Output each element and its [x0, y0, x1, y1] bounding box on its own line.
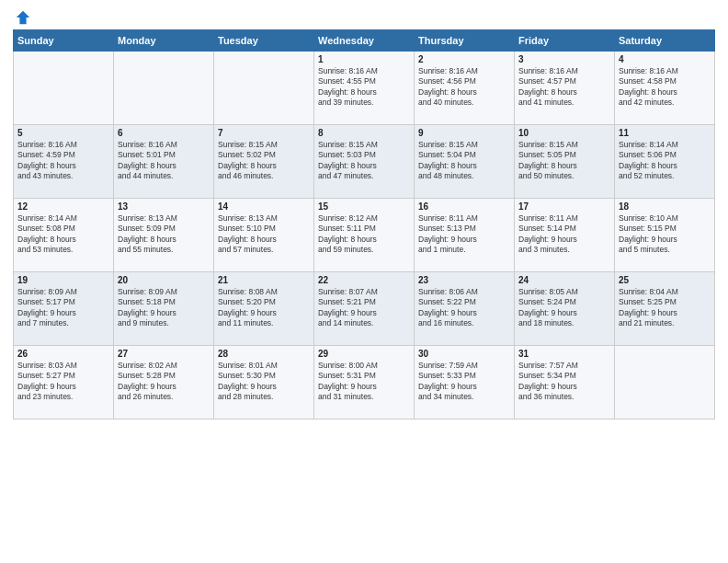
day-number: 10 [518, 128, 610, 138]
calendar-cell: 1Sunrise: 8:16 AM Sunset: 4:55 PM Daylig… [314, 52, 415, 125]
day-number: 19 [17, 275, 109, 285]
day-info: Sunrise: 8:15 AM Sunset: 5:05 PM Dayligh… [518, 140, 610, 182]
day-number: 13 [118, 201, 210, 212]
calendar-body: 1Sunrise: 8:16 AM Sunset: 4:55 PM Daylig… [14, 52, 715, 419]
calendar-cell: 7Sunrise: 8:15 AM Sunset: 5:02 PM Daylig… [214, 125, 314, 199]
calendar-cell: 15Sunrise: 8:12 AM Sunset: 5:11 PM Dayli… [314, 199, 415, 272]
calendar-cell: 18Sunrise: 8:10 AM Sunset: 5:15 PM Dayli… [615, 199, 715, 272]
day-header-thursday: Thursday [415, 30, 515, 52]
day-number: 7 [218, 128, 310, 138]
calendar-cell: 13Sunrise: 8:13 AM Sunset: 5:09 PM Dayli… [114, 199, 214, 272]
day-number: 26 [17, 349, 109, 359]
svg-marker-0 [17, 11, 29, 24]
day-info: Sunrise: 8:02 AM Sunset: 5:28 PM Dayligh… [118, 361, 210, 403]
day-number: 22 [318, 275, 410, 285]
calendar-cell: 5Sunrise: 8:16 AM Sunset: 4:59 PM Daylig… [14, 125, 114, 199]
calendar-header-row: SundayMondayTuesdayWednesdayThursdayFrid… [14, 30, 715, 52]
day-info: Sunrise: 8:15 AM Sunset: 5:04 PM Dayligh… [418, 140, 510, 182]
calendar-cell: 6Sunrise: 8:16 AM Sunset: 5:01 PM Daylig… [114, 125, 214, 199]
calendar-cell: 12Sunrise: 8:14 AM Sunset: 5:08 PM Dayli… [14, 199, 114, 272]
day-info: Sunrise: 8:07 AM Sunset: 5:21 PM Dayligh… [318, 287, 410, 329]
calendar-cell: 2Sunrise: 8:16 AM Sunset: 4:56 PM Daylig… [415, 52, 515, 125]
day-info: Sunrise: 8:09 AM Sunset: 5:18 PM Dayligh… [118, 287, 210, 329]
calendar-cell: 21Sunrise: 8:08 AM Sunset: 5:20 PM Dayli… [214, 272, 314, 346]
day-info: Sunrise: 8:15 AM Sunset: 5:03 PM Dayligh… [318, 140, 410, 182]
day-header-saturday: Saturday [615, 30, 715, 52]
day-header-sunday: Sunday [14, 30, 114, 52]
day-info: Sunrise: 8:10 AM Sunset: 5:15 PM Dayligh… [619, 213, 711, 256]
day-info: Sunrise: 8:15 AM Sunset: 5:02 PM Dayligh… [218, 140, 310, 182]
calendar-cell: 26Sunrise: 8:03 AM Sunset: 5:27 PM Dayli… [14, 346, 114, 419]
logo-icon [15, 9, 31, 26]
day-number: 6 [118, 128, 210, 138]
day-info: Sunrise: 8:16 AM Sunset: 4:58 PM Dayligh… [619, 66, 711, 109]
day-info: Sunrise: 8:16 AM Sunset: 4:55 PM Dayligh… [318, 66, 410, 109]
day-number: 11 [619, 128, 711, 138]
day-info: Sunrise: 8:04 AM Sunset: 5:25 PM Dayligh… [619, 287, 711, 329]
calendar-cell: 31Sunrise: 7:57 AM Sunset: 5:34 PM Dayli… [515, 346, 615, 419]
day-info: Sunrise: 8:14 AM Sunset: 5:06 PM Dayligh… [619, 140, 711, 182]
calendar-cell: 23Sunrise: 8:06 AM Sunset: 5:22 PM Dayli… [415, 272, 515, 346]
day-number: 2 [418, 54, 510, 64]
calendar-cell: 16Sunrise: 8:11 AM Sunset: 5:13 PM Dayli… [415, 199, 515, 272]
calendar-cell: 25Sunrise: 8:04 AM Sunset: 5:25 PM Dayli… [615, 272, 715, 346]
day-number: 23 [418, 275, 510, 285]
day-info: Sunrise: 8:11 AM Sunset: 5:13 PM Dayligh… [418, 213, 510, 256]
day-number: 18 [619, 201, 711, 212]
calendar-cell [615, 346, 715, 419]
day-number: 25 [619, 275, 711, 285]
calendar-cell [114, 52, 214, 125]
day-info: Sunrise: 8:09 AM Sunset: 5:17 PM Dayligh… [17, 287, 109, 329]
calendar-cell: 20Sunrise: 8:09 AM Sunset: 5:18 PM Dayli… [114, 272, 214, 346]
day-info: Sunrise: 8:16 AM Sunset: 5:01 PM Dayligh… [118, 140, 210, 182]
page: SundayMondayTuesdayWednesdayThursdayFrid… [0, 0, 728, 563]
day-number: 8 [318, 128, 410, 138]
day-number: 17 [518, 201, 610, 212]
calendar-cell: 22Sunrise: 8:07 AM Sunset: 5:21 PM Dayli… [314, 272, 415, 346]
day-number: 5 [17, 128, 109, 138]
calendar-cell: 27Sunrise: 8:02 AM Sunset: 5:28 PM Dayli… [114, 346, 214, 419]
day-header-monday: Monday [114, 30, 214, 52]
day-info: Sunrise: 8:05 AM Sunset: 5:24 PM Dayligh… [518, 287, 610, 329]
day-header-tuesday: Tuesday [214, 30, 314, 52]
day-info: Sunrise: 8:13 AM Sunset: 5:09 PM Dayligh… [118, 213, 210, 256]
day-number: 30 [418, 349, 510, 359]
logo [13, 9, 31, 22]
calendar-cell: 24Sunrise: 8:05 AM Sunset: 5:24 PM Dayli… [515, 272, 615, 346]
day-info: Sunrise: 8:16 AM Sunset: 4:57 PM Dayligh… [518, 66, 610, 109]
calendar-cell [14, 52, 114, 125]
day-info: Sunrise: 8:13 AM Sunset: 5:10 PM Dayligh… [218, 213, 310, 256]
calendar-cell: 8Sunrise: 8:15 AM Sunset: 5:03 PM Daylig… [314, 125, 415, 199]
day-number: 29 [318, 349, 410, 359]
day-info: Sunrise: 8:08 AM Sunset: 5:20 PM Dayligh… [218, 287, 310, 329]
calendar-cell: 29Sunrise: 8:00 AM Sunset: 5:31 PM Dayli… [314, 346, 415, 419]
day-info: Sunrise: 8:00 AM Sunset: 5:31 PM Dayligh… [318, 361, 410, 403]
day-number: 4 [619, 54, 711, 64]
day-info: Sunrise: 8:16 AM Sunset: 4:56 PM Dayligh… [418, 66, 510, 109]
day-header-wednesday: Wednesday [314, 30, 415, 52]
day-number: 12 [17, 201, 109, 212]
calendar-table: SundayMondayTuesdayWednesdayThursdayFrid… [13, 29, 715, 419]
day-info: Sunrise: 8:16 AM Sunset: 4:59 PM Dayligh… [17, 140, 109, 182]
day-info: Sunrise: 7:59 AM Sunset: 5:33 PM Dayligh… [418, 361, 510, 403]
day-header-friday: Friday [515, 30, 615, 52]
calendar-week-row: 19Sunrise: 8:09 AM Sunset: 5:17 PM Dayli… [14, 272, 715, 346]
day-number: 16 [418, 201, 510, 212]
day-info: Sunrise: 8:03 AM Sunset: 5:27 PM Dayligh… [17, 361, 109, 403]
day-number: 28 [218, 349, 310, 359]
calendar-week-row: 26Sunrise: 8:03 AM Sunset: 5:27 PM Dayli… [14, 346, 715, 419]
day-number: 1 [318, 54, 410, 64]
calendar-cell: 10Sunrise: 8:15 AM Sunset: 5:05 PM Dayli… [515, 125, 615, 199]
calendar-cell: 4Sunrise: 8:16 AM Sunset: 4:58 PM Daylig… [615, 52, 715, 125]
calendar-cell: 14Sunrise: 8:13 AM Sunset: 5:10 PM Dayli… [214, 199, 314, 272]
day-number: 3 [518, 54, 610, 64]
day-number: 14 [218, 201, 310, 212]
day-number: 9 [418, 128, 510, 138]
day-info: Sunrise: 8:11 AM Sunset: 5:14 PM Dayligh… [518, 213, 610, 256]
day-number: 15 [318, 201, 410, 212]
day-number: 21 [218, 275, 310, 285]
calendar-cell: 19Sunrise: 8:09 AM Sunset: 5:17 PM Dayli… [14, 272, 114, 346]
day-info: Sunrise: 8:06 AM Sunset: 5:22 PM Dayligh… [418, 287, 510, 329]
calendar-cell: 11Sunrise: 8:14 AM Sunset: 5:06 PM Dayli… [615, 125, 715, 199]
calendar-cell [214, 52, 314, 125]
